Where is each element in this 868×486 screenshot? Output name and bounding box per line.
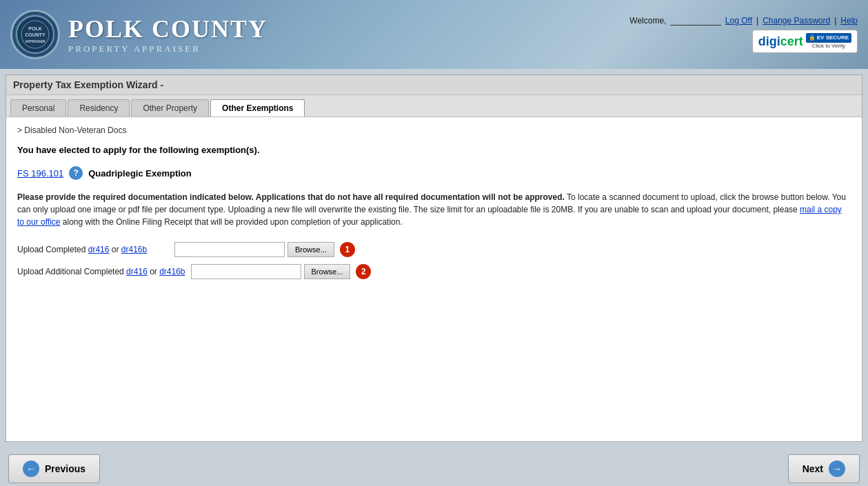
- change-password-link[interactable]: Change Password: [763, 16, 830, 26]
- click-to-verify: Click to Verify: [806, 43, 851, 50]
- header-top-links: Welcome, ___________ Log Off | Change Pa…: [629, 16, 858, 26]
- upload-2-prefix: Upload Additional Completed: [17, 267, 126, 276]
- ev-text: EV SECURE: [817, 34, 849, 41]
- page-title: Property Tax Exemption Wizard -: [13, 79, 163, 90]
- upload-1-label: Upload Completed dr416 or dr416b: [17, 245, 169, 254]
- svg-text:COUNTY: COUNTY: [25, 32, 46, 37]
- separator1: |: [756, 16, 758, 26]
- upload-2-file-input[interactable]: [191, 264, 301, 279]
- info-paragraph: Please provide the required documentatio…: [17, 191, 851, 228]
- site-title-main: Polk County: [68, 14, 268, 43]
- section-intro: You have elected to apply for the follow…: [17, 145, 851, 155]
- form-content: > Disabled Non-Veteran Docs You have ele…: [6, 117, 862, 441]
- upload-1-dr416b-link[interactable]: dr416b: [121, 245, 147, 254]
- tabs-bar: Personal Residency Other Property Other …: [6, 95, 862, 117]
- breadcrumb: > Disabled Non-Veteran Docs: [17, 125, 851, 135]
- step-badge-2: 2: [356, 264, 371, 279]
- separator2: |: [834, 16, 836, 26]
- next-label: Next: [803, 463, 823, 474]
- digicert-badge[interactable]: digicert 🔒 EV SECURE Click to Verify: [752, 30, 858, 54]
- help-icon[interactable]: ?: [69, 166, 83, 180]
- site-title-sub: Property Appraiser: [68, 43, 268, 54]
- digicert-logo: digicert: [758, 35, 803, 48]
- digicert-cert: cert: [780, 35, 803, 48]
- previous-arrow-icon: ←: [23, 460, 39, 477]
- welcome-text: Welcome,: [629, 16, 666, 26]
- header: POLK COUNTY APPRAISER Polk County Proper…: [0, 0, 868, 69]
- exemption-name: Quadriplegic Exemption: [88, 168, 192, 179]
- tab-residency[interactable]: Residency: [68, 99, 130, 117]
- digicert-text: 🔒 EV SECURE Click to Verify: [806, 33, 851, 50]
- previous-button[interactable]: ← Previous: [8, 454, 100, 483]
- content-wrapper: Property Tax Exemption Wizard - Personal…: [0, 69, 868, 447]
- upload-1-browse-button[interactable]: Browse...: [287, 242, 334, 257]
- help-link[interactable]: Help: [840, 16, 858, 26]
- info-bold-text: Please provide the required documentatio…: [17, 192, 565, 202]
- upload-2-or: or: [148, 267, 159, 276]
- header-right: Welcome, ___________ Log Off | Change Pa…: [629, 16, 858, 54]
- main-panel: Property Tax Exemption Wizard - Personal…: [6, 74, 862, 442]
- svg-text:POLK: POLK: [28, 26, 41, 31]
- svg-text:APPRAISER: APPRAISER: [25, 39, 46, 43]
- tab-other-exemptions[interactable]: Other Exemptions: [210, 99, 305, 117]
- step-badge-1: 1: [340, 242, 355, 257]
- upload-2-dr416b-link[interactable]: dr416b: [159, 267, 185, 276]
- upload-2-browse-button[interactable]: Browse...: [304, 264, 351, 279]
- tab-other-property[interactable]: Other Property: [131, 99, 209, 117]
- previous-label: Previous: [45, 463, 85, 474]
- next-button[interactable]: Next →: [788, 454, 860, 483]
- info-end-text: along with the Online Filing Receipt tha…: [60, 217, 402, 227]
- ev-badge: 🔒 EV SECURE: [806, 33, 851, 43]
- user-name: ___________: [670, 16, 720, 26]
- upload-2-file-container: Browse...: [191, 264, 351, 279]
- exemption-statute-link[interactable]: FS 196.101: [17, 168, 63, 179]
- header-title: Polk County Property Appraiser: [68, 14, 268, 54]
- upload-2-label: Upload Additional Completed dr416 or dr4…: [17, 267, 185, 276]
- next-arrow-icon: →: [829, 460, 845, 477]
- digicert-digi: digi: [758, 35, 780, 48]
- bottom-nav: ← Previous Next →: [0, 447, 868, 486]
- log-off-link[interactable]: Log Off: [725, 16, 752, 26]
- upload-2-dr416-link[interactable]: dr416: [126, 267, 148, 276]
- logo-inner: POLK COUNTY APPRAISER: [14, 14, 56, 55]
- upload-1-or: or: [109, 245, 121, 254]
- page-title-bar: Property Tax Exemption Wizard -: [6, 75, 862, 95]
- upload-row-1: Upload Completed dr416 or dr416b Browse.…: [17, 242, 851, 257]
- exemption-row: FS 196.101 ? Quadriplegic Exemption: [17, 166, 851, 180]
- tab-personal[interactable]: Personal: [10, 99, 66, 117]
- logo-circle: POLK COUNTY APPRAISER: [10, 10, 60, 59]
- upload-row-2: Upload Additional Completed dr416 or dr4…: [17, 264, 851, 279]
- upload-1-file-input[interactable]: [174, 242, 285, 257]
- upload-1-prefix: Upload Completed: [17, 245, 88, 254]
- upload-1-file-container: Browse...: [174, 242, 334, 257]
- header-left: POLK COUNTY APPRAISER Polk County Proper…: [10, 10, 268, 59]
- upload-1-dr416-link[interactable]: dr416: [88, 245, 110, 254]
